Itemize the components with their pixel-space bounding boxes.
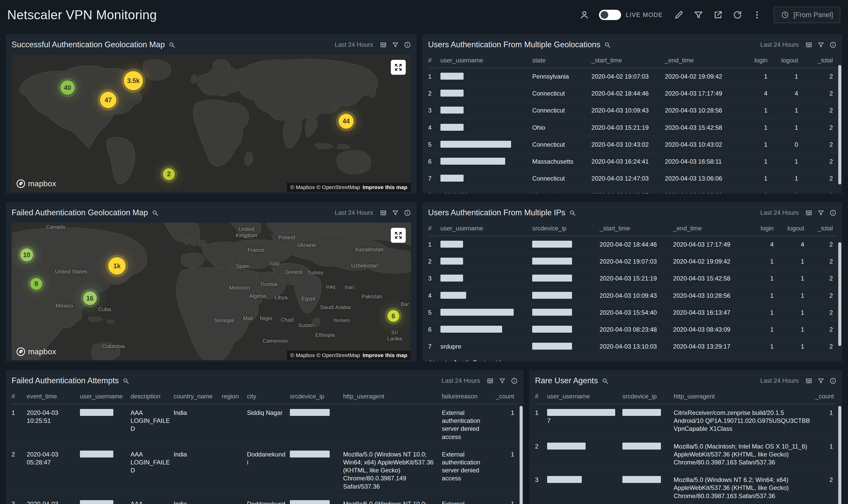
column-header-country-name[interactable]: country_name: [174, 389, 222, 404]
column-header--count[interactable]: _count: [495, 389, 518, 404]
global-time-picker[interactable]: [From Panel]: [774, 7, 840, 23]
info-icon[interactable]: [830, 209, 836, 216]
filter-icon[interactable]: [392, 41, 399, 48]
table-row[interactable]: 12020-04-02 18:44:462020-04-03 17:17:494…: [428, 236, 836, 253]
export-table-icon[interactable]: [487, 377, 494, 384]
current-page[interactable]: 1: [454, 359, 457, 361]
column-header-logout[interactable]: logout: [777, 221, 808, 236]
mapbox-logo[interactable]: mapbox: [16, 179, 56, 188]
export-icon[interactable]: [713, 10, 723, 20]
filter-icon[interactable]: [817, 209, 824, 216]
mapbox-logo[interactable]: mapbox: [16, 347, 56, 356]
export-table-icon[interactable]: [380, 41, 387, 48]
prev-page-button[interactable]: [441, 359, 449, 361]
column-header-user-username[interactable]: user_username: [440, 221, 532, 236]
export-table-icon[interactable]: [380, 209, 387, 216]
column-header-http-useragent[interactable]: http_useragent: [674, 389, 815, 404]
table-row[interactable]: 2Connecticut2020-04-02 18:44:462020-04-0…: [428, 85, 836, 102]
scrollbar-thumb[interactable]: [519, 406, 523, 504]
map-cluster-marker[interactable]: 44: [339, 114, 354, 129]
kebab-menu-icon[interactable]: [752, 10, 762, 20]
table-row[interactable]: 22020-04-02 19:07:032020-04-02 19:09:421…: [428, 253, 836, 270]
edit-icon[interactable]: [674, 10, 684, 20]
search-icon[interactable]: [604, 41, 611, 48]
info-icon[interactable]: [404, 41, 411, 48]
search-icon[interactable]: [168, 41, 175, 48]
column-header-event-time[interactable]: event_time: [27, 389, 80, 404]
column-header--[interactable]: #: [428, 53, 440, 68]
column-header-logout[interactable]: logout: [771, 53, 802, 68]
table-row[interactable]: 2Mozilla/5.0 (Macintosh; Intel Mac OS X …: [535, 437, 836, 471]
user-icon[interactable]: [580, 10, 589, 20]
table-row[interactable]: 12020-04-03 10:25:51AAA LOGIN_FAILEDIndi…: [12, 404, 518, 446]
export-table-icon[interactable]: [805, 209, 812, 216]
column-header-state[interactable]: state: [532, 53, 591, 68]
column-header-srcdevice-ip[interactable]: srcdevice_ip: [290, 389, 343, 404]
info-icon[interactable]: [830, 377, 836, 384]
map-cluster-marker[interactable]: 1k: [108, 257, 126, 275]
info-icon[interactable]: [830, 41, 836, 48]
table-row[interactable]: 8n0041439Massachusetts2020-04-03 16:28:3…: [428, 187, 836, 194]
table-row[interactable]: 52020-04-03 15:54:402020-04-03 16:13:471…: [428, 304, 836, 321]
column-header-user-username[interactable]: user_username: [547, 389, 622, 404]
column-header-user-username[interactable]: user_username: [80, 389, 130, 404]
filter-icon[interactable]: [499, 377, 506, 384]
table-row[interactable]: 1Pennsylvania2020-04-02 19:07:032020-04-…: [428, 68, 836, 85]
table-row[interactable]: 3Connecticut2020-04-03 10:09:432020-04-0…: [428, 102, 836, 119]
next-page-button[interactable]: [482, 359, 490, 361]
table-row[interactable]: 3Mozilla/5.0 (Windows NT 6.2; Win64; x64…: [535, 471, 836, 504]
column-header--end-time[interactable]: _end_time: [673, 221, 746, 236]
filter-icon[interactable]: [693, 10, 703, 20]
column-header-description[interactable]: description: [130, 389, 174, 404]
search-icon[interactable]: [602, 377, 608, 384]
info-icon[interactable]: [511, 377, 518, 384]
map-cluster-marker[interactable]: 8: [30, 278, 42, 290]
map-cluster-marker[interactable]: 2: [163, 168, 175, 180]
column-header--[interactable]: #: [12, 389, 27, 404]
map-canvas-failed-auth[interactable]: CanadaUnited StatesMexicoCubaColombiaUni…: [12, 223, 411, 360]
export-table-icon[interactable]: [805, 377, 812, 384]
filter-icon[interactable]: [817, 377, 824, 384]
map-canvas-successful-auth[interactable]: 40473.5k442 mapbox © Mapbox © OpenStreet…: [12, 55, 411, 192]
column-header-city[interactable]: city: [247, 389, 290, 404]
column-header-failurereason[interactable]: failurereason: [442, 389, 495, 404]
info-icon[interactable]: [404, 209, 411, 216]
column-header--start-time[interactable]: _start_time: [600, 221, 673, 236]
filter-icon[interactable]: [392, 209, 399, 216]
table-row[interactable]: 17CitrixReceiver/com.zenprise build/20.1…: [535, 404, 836, 437]
column-header--total[interactable]: _total: [802, 53, 836, 68]
table-row[interactable]: 5Connecticut2020-04-03 10:43:022020-04-0…: [428, 136, 836, 153]
filter-icon[interactable]: [817, 41, 824, 48]
column-header--[interactable]: #: [428, 221, 440, 236]
column-header-login[interactable]: login: [746, 221, 777, 236]
column-header--total[interactable]: _total: [808, 221, 836, 236]
scrollbar-thumb[interactable]: [838, 242, 841, 346]
search-icon[interactable]: [152, 209, 159, 216]
search-icon[interactable]: [122, 377, 129, 384]
map-cluster-marker[interactable]: 40: [60, 81, 74, 95]
map-cluster-marker[interactable]: 6: [388, 310, 399, 322]
column-header-user-username[interactable]: user_username: [440, 53, 532, 68]
table-row[interactable]: 7srdupre2020-04-03 13:10:032020-04-03 13…: [428, 338, 836, 355]
improve-map-link[interactable]: Improve this map: [363, 352, 407, 358]
first-page-button[interactable]: [428, 359, 436, 361]
table-row[interactable]: 32020-04-03 15:21:192020-04-03 15:42:581…: [428, 270, 836, 287]
map-cluster-marker[interactable]: 3.5k: [124, 71, 143, 90]
column-header--end-time[interactable]: _end_time: [665, 53, 739, 68]
column-header--start-time[interactable]: _start_time: [591, 53, 665, 68]
refresh-icon[interactable]: [732, 10, 742, 20]
fullscreen-button[interactable]: [391, 60, 406, 75]
total-pages[interactable]: 2: [473, 359, 477, 361]
scrollbar-thumb[interactable]: [838, 406, 841, 504]
table-row[interactable]: 42020-04-03 10:09:432020-04-03 10:28:561…: [428, 287, 836, 304]
table-row[interactable]: 62020-04-03 08:23:482020-04-03 08:43:091…: [428, 321, 836, 338]
column-header-srcdevice-ip[interactable]: srcdevice_ip: [622, 389, 673, 404]
column-header-http-useragent[interactable]: http_useragent: [343, 389, 442, 404]
column-header-region[interactable]: region: [222, 389, 247, 404]
column-header-login[interactable]: login: [739, 53, 771, 68]
map-cluster-marker[interactable]: 47: [100, 92, 117, 108]
export-table-icon[interactable]: [805, 41, 812, 48]
map-cluster-marker[interactable]: 10: [20, 248, 33, 261]
live-mode-toggle[interactable]: [599, 10, 621, 20]
search-icon[interactable]: [569, 209, 576, 216]
